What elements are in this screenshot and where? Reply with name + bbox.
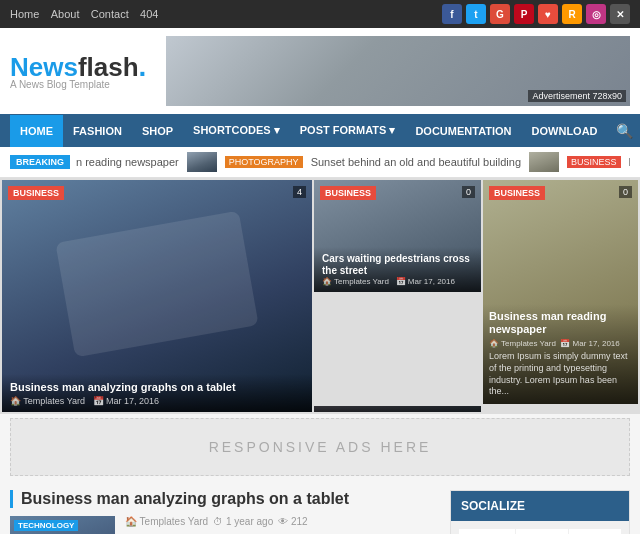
nav-shop[interactable]: SHOP xyxy=(132,115,183,147)
twitter-icon-top[interactable]: t xyxy=(466,4,486,24)
share-icon-top[interactable]: ✕ xyxy=(610,4,630,24)
rss-icon-top[interactable]: R xyxy=(562,4,582,24)
card-newspaper-overlay: Business man reading newspaper 🏠 Templat… xyxy=(483,304,638,404)
heart-icon-top[interactable]: ♥ xyxy=(538,4,558,24)
nav-fashion[interactable]: FASHION xyxy=(63,115,132,147)
socialize-title: SOCIALIZE xyxy=(451,491,629,521)
top-nav-links: Home About Contact 404 xyxy=(10,7,166,21)
googleplus-stat[interactable]: G+ 735 Followers xyxy=(569,529,621,534)
article-1-author: 🏠 Templates Yard xyxy=(125,516,208,527)
featured-main-card[interactable]: BUSINESS 4 Business man analyzing graphs… xyxy=(2,180,312,412)
card-newspaper-title: Business man reading newspaper xyxy=(489,310,632,336)
featured-main-author: 🏠 Templates Yard xyxy=(10,396,85,406)
featured-main-comments: 4 xyxy=(293,186,306,198)
photo-tag: PHOTOGRAPHY xyxy=(225,156,303,168)
article-1-info: 🏠 Templates Yard ⏱ 1 year ago 👁 212 Lore… xyxy=(125,516,435,534)
logo-dot: . xyxy=(139,53,147,81)
breaking-biz-text: Business man analyzing graphs o... xyxy=(629,156,630,168)
card-cars-category: BUSINESS xyxy=(320,186,376,200)
search-icon[interactable]: 🔍 xyxy=(608,115,640,147)
card-cars-title: Cars waiting pedestrians cross the stree… xyxy=(322,253,473,277)
site-logo[interactable]: Newsflash. A News Blog Template xyxy=(10,52,146,90)
nav-shortcodes[interactable]: SHORTCODES ▾ xyxy=(183,114,290,147)
socialize-widget: SOCIALIZE f 3.5k Likes t 1.7k Followers … xyxy=(450,490,630,534)
nav-home-main[interactable]: HOME xyxy=(10,115,63,147)
card-newspaper-meta: 🏠 Templates Yard 📅 Mar 17, 2016 xyxy=(489,339,632,348)
facebook-icon-top[interactable]: f xyxy=(442,4,462,24)
ad-label: Advertisement 728x90 xyxy=(528,90,626,102)
featured-card-cars[interactable]: BUSINESS 0 Cars waiting pedestrians cros… xyxy=(314,180,481,292)
article-1-views: 👁 212 xyxy=(278,516,307,527)
nav-documentation[interactable]: DOCUMENTATION xyxy=(405,115,521,147)
article-1-byline: 🏠 Templates Yard ⏱ 1 year ago 👁 212 xyxy=(125,516,435,527)
article-1-badge: TECHNOLOGY xyxy=(14,520,78,531)
social-stats-grid: f 3.5k Likes t 1.7k Followers G+ 735 Fol… xyxy=(451,521,629,534)
featured-main-overlay: Business man analyzing graphs on a table… xyxy=(2,374,312,412)
biz-tag: BUSINESS xyxy=(567,156,621,168)
site-header: Newsflash. A News Blog Template Advertis… xyxy=(0,28,640,114)
article-1-time: ⏱ 1 year ago xyxy=(213,516,273,527)
card-newspaper-category: BUSINESS xyxy=(489,186,545,200)
card-newspaper-excerpt: Lorem Ipsum is simply dummy text of the … xyxy=(489,351,632,398)
breaking-photo-text: Sunset behind an old and beautiful build… xyxy=(311,156,521,168)
card-cars-meta: 🏠 Templates Yard 📅 Mar 17, 2016 xyxy=(322,277,473,286)
facebook-stat[interactable]: f 3.5k Likes xyxy=(459,529,515,534)
article-list-item-1: TECHNOLOGY 🏠 Templates Yard ⏱ 1 year ago… xyxy=(10,516,435,534)
nav-404[interactable]: 404 xyxy=(140,8,158,20)
featured-right-column: BUSINESS 0 Cars waiting pedestrians cros… xyxy=(314,180,638,412)
content-area: Business man analyzing graphs on a table… xyxy=(0,480,640,534)
instagram-icon-top[interactable]: ◎ xyxy=(586,4,606,24)
featured-main-meta: 🏠 Templates Yard 📅 Mar 17, 2016 xyxy=(10,396,304,406)
card-cars-comments: 0 xyxy=(462,186,475,198)
sidebar: SOCIALIZE f 3.5k Likes t 1.7k Followers … xyxy=(450,490,630,534)
featured-grid: BUSINESS 4 Business man analyzing graphs… xyxy=(0,178,640,414)
card-cars-overlay: Cars waiting pedestrians cross the stree… xyxy=(314,247,481,292)
main-navigation: HOME FASHION SHOP SHORTCODES ▾ POST FORM… xyxy=(0,114,640,147)
nav-home[interactable]: Home xyxy=(10,8,39,20)
nav-post-formats[interactable]: POST FORMATS ▾ xyxy=(290,114,406,147)
featured-top-row: BUSINESS 0 Cars waiting pedestrians cros… xyxy=(314,180,638,404)
top-navigation: Home About Contact 404 f t G P ♥ R ◎ ✕ xyxy=(0,0,640,28)
header-ad-banner: Advertisement 728x90 xyxy=(166,36,630,106)
googleplus-icon-top[interactable]: G xyxy=(490,4,510,24)
breaking-item1: n reading newspaper xyxy=(76,156,179,168)
responsive-ads-banner: RESPONSIVE ADS HERE xyxy=(10,418,630,476)
featured-card-newspaper[interactable]: BUSINESS 0 Business man reading newspape… xyxy=(483,180,638,404)
breaking-tag: BREAKING xyxy=(10,155,70,169)
card-newspaper-comments: 0 xyxy=(619,186,632,198)
top-social-icons: f t G P ♥ R ◎ ✕ xyxy=(442,4,630,24)
nav-contact[interactable]: Contact xyxy=(91,8,129,20)
main-articles: Business man analyzing graphs on a table… xyxy=(10,490,435,534)
nav-download[interactable]: DOWNLOAD xyxy=(522,115,608,147)
nav-about[interactable]: About xyxy=(51,8,80,20)
twitter-stat[interactable]: t 1.7k Followers xyxy=(516,529,568,534)
featured-main-date: Mar 17, 2016 xyxy=(106,396,159,406)
article-1-title[interactable]: Business man analyzing graphs on a table… xyxy=(10,490,435,508)
breaking-thumb2 xyxy=(529,152,559,172)
featured-main-title: Business man analyzing graphs on a table… xyxy=(10,380,304,394)
pinterest-icon-top[interactable]: P xyxy=(514,4,534,24)
breaking-text: n reading newspaper PHOTOGRAPHY Sunset b… xyxy=(76,152,630,172)
breaking-thumb xyxy=(187,152,217,172)
breaking-news-bar: BREAKING n reading newspaper PHOTOGRAPHY… xyxy=(0,147,640,178)
article-1-thumb[interactable]: TECHNOLOGY xyxy=(10,516,115,534)
featured-main-category: BUSINESS xyxy=(8,186,64,200)
featured-card-tablet[interactable]: BUSINESS 0 Tablet on a table showing cal… xyxy=(314,406,481,412)
